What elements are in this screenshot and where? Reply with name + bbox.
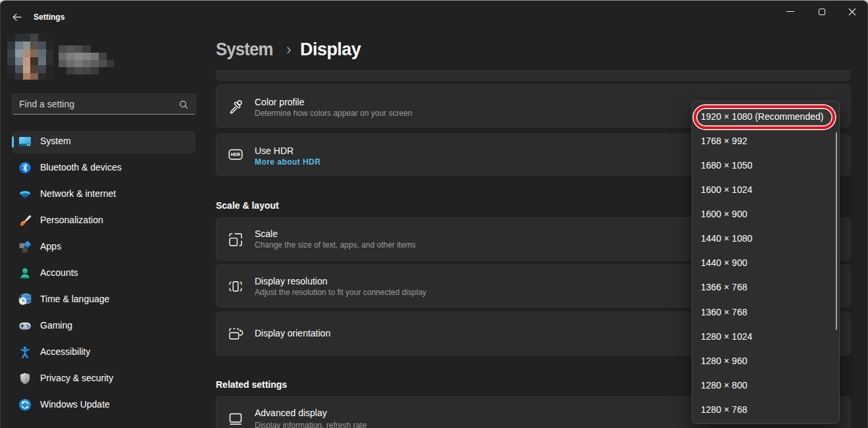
svg-text:HDR: HDR	[231, 152, 241, 157]
